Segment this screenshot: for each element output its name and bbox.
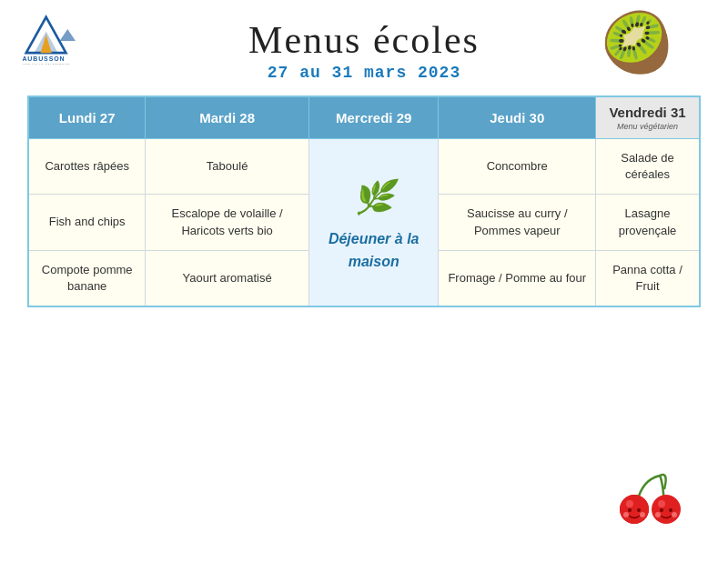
mardi-row2: Escalope de volaille / Haricots verts bi…	[146, 195, 309, 250]
menu-table-wrap: Lundi 27 Mardi 28 Mercredi 29 Jeudi 30 V…	[27, 95, 701, 307]
svg-point-14	[658, 500, 665, 507]
page: AUBUSSON UNE VILLE EN MARCHE Menus école…	[0, 0, 728, 562]
lundi-row3: Compote pomme banane	[28, 250, 146, 306]
svg-point-15	[660, 508, 663, 512]
jeudi-row3: Fromage / Pomme au four	[439, 250, 596, 306]
col-mardi: Mardi 28	[146, 96, 309, 139]
col-mercredi: Mercredi 29	[308, 96, 439, 139]
vegetarian-label: Menu végétarien	[602, 122, 693, 131]
lundi-row2: Fish and chips	[28, 195, 146, 250]
col-jeudi: Jeudi 30	[439, 96, 596, 139]
vendredi-row3: Panna cotta / Fruit	[596, 250, 701, 306]
date-subtitle: 27 au 31 mars 2023	[27, 64, 701, 82]
mardi-row3: Yaourt aromatisé	[146, 250, 309, 306]
svg-point-18	[672, 512, 677, 517]
cherries-decoration	[610, 462, 692, 544]
col-vendredi: Vendredi 31 Menu végétarien	[596, 96, 701, 139]
svg-point-7	[620, 495, 649, 524]
svg-point-16	[669, 508, 672, 512]
radish-icon: 🌿	[317, 171, 431, 224]
vendredi-row2: Lasagne provençale	[596, 195, 701, 250]
jeudi-row1: Concombre	[439, 139, 596, 195]
main-title: Menus écoles	[27, 18, 701, 62]
svg-point-17	[655, 512, 661, 517]
svg-point-9	[628, 508, 632, 512]
cherries-svg	[610, 462, 692, 535]
mercredi-special-cell: 🌿 Déjeuner à la maison	[308, 139, 439, 307]
kiwi-decoration: 🥝	[601, 14, 673, 72]
jeudi-row2: Saucisse au curry / Pommes vapeur	[439, 195, 596, 250]
menu-table: Lundi 27 Mardi 28 Mercredi 29 Jeudi 30 V…	[27, 95, 701, 307]
col-lundi: Lundi 27	[28, 96, 146, 139]
svg-point-12	[640, 512, 645, 517]
svg-point-11	[623, 512, 629, 517]
svg-point-13	[652, 495, 681, 524]
table-row: Carottes râpées Taboulé 🌿 Déjeuner à la …	[28, 139, 700, 195]
title-area: Menus écoles 27 au 31 mars 2023	[27, 18, 701, 82]
svg-point-10	[637, 508, 641, 512]
vendredi-row1: Salade de céréales	[596, 139, 701, 195]
lundi-row1: Carottes râpées	[28, 139, 146, 195]
header: Menus écoles 27 au 31 mars 2023 🥝	[27, 18, 701, 82]
svg-point-8	[626, 500, 633, 507]
mardi-row1: Taboulé	[146, 139, 309, 195]
table-header-row: Lundi 27 Mardi 28 Mercredi 29 Jeudi 30 V…	[28, 96, 700, 139]
